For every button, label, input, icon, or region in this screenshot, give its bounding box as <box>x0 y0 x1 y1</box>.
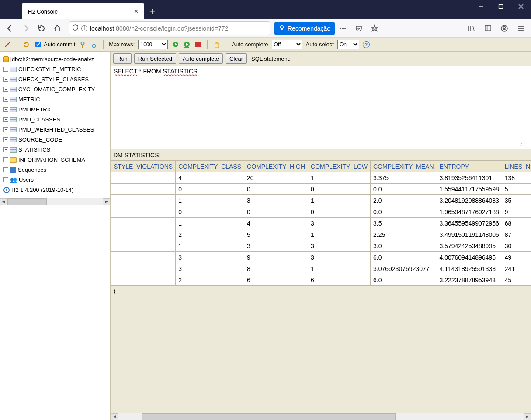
table-row[interactable]: 1312.03.204819208886408335 <box>111 195 531 206</box>
db-root[interactable]: jdbc:h2:mem:source-code-analyz <box>2 54 110 64</box>
cell: 2.0 <box>371 195 437 206</box>
scroll-left-icon[interactable]: ◀ <box>111 413 118 420</box>
run-selected-icon[interactable] <box>183 41 191 49</box>
tree-table[interactable]: +CHECKSTYLE_METRIC <box>2 64 110 74</box>
sql-editor[interactable]: SELECT * FROM STATISTICS ⋰⋰⋰ <box>111 66 531 149</box>
table-row[interactable]: 3936.04.00760941489649549 <box>111 252 531 263</box>
expand-icon[interactable]: + <box>3 117 8 122</box>
table-row[interactable]: 2666.03.22237887895394345 <box>111 274 531 286</box>
cell: 9 <box>502 206 531 218</box>
expand-icon[interactable]: + <box>3 127 8 132</box>
expand-icon[interactable]: + <box>3 97 8 102</box>
recommendation-button[interactable]: Recomendação <box>274 22 335 35</box>
column-header[interactable]: STYLE_VIOLATIONS <box>111 161 176 172</box>
table-row[interactable]: 0000.01.55944117175595985 <box>111 184 531 195</box>
tree-label: SOURCE_CODE <box>18 136 62 143</box>
expand-icon[interactable]: + <box>3 87 8 92</box>
autoselect-select[interactable]: On <box>337 40 359 49</box>
table-icon <box>10 67 17 72</box>
column-header[interactable]: COMPLEXITY_MEAN <box>371 161 437 172</box>
account-button[interactable] <box>497 21 512 36</box>
run-button[interactable]: Run <box>113 53 132 64</box>
resize-grip-icon[interactable]: ⋰⋰⋰ <box>519 142 530 148</box>
expand-icon[interactable]: + <box>3 157 8 162</box>
table-icon <box>10 147 17 153</box>
back-button[interactable] <box>3 21 17 36</box>
tree-users[interactable]: +👥Users <box>2 175 110 185</box>
clear-button[interactable]: Clear <box>226 53 247 64</box>
maxrows-select[interactable]: 1000 <box>138 40 168 49</box>
tree-table[interactable]: +CYCLOMATIC_COMPLEXITY <box>2 84 110 94</box>
run-selected-button[interactable]: Run Selected <box>134 53 176 64</box>
scroll-right-icon[interactable]: ▶ <box>103 198 110 205</box>
address-bar[interactable]: i localhost:8080/h2-console/login.do?jse… <box>69 21 270 35</box>
run-icon[interactable] <box>171 41 179 49</box>
scroll-left-icon[interactable]: ◀ <box>0 198 7 205</box>
cell: 0 <box>244 206 308 218</box>
window-close-button[interactable] <box>511 0 531 13</box>
history-icon[interactable] <box>213 41 221 49</box>
result-scrollbar[interactable]: ◀ ▶ <box>111 413 531 420</box>
column-header[interactable]: LINES_N <box>502 161 531 172</box>
tree-table[interactable]: +METRIC <box>2 94 110 104</box>
column-header[interactable]: COMPLEXITY_CLASS <box>176 161 244 172</box>
tree-label: METRIC <box>18 96 40 103</box>
table-row[interactable]: 2512.253.499150119114800587 <box>111 229 531 240</box>
new-tab-button[interactable]: + <box>144 3 160 19</box>
expand-icon[interactable]: + <box>3 77 8 82</box>
autocomplete-select[interactable]: Off <box>272 40 302 49</box>
tree-table[interactable]: +PMD_WEIGHTED_CLASSES <box>2 125 110 135</box>
browser-tab[interactable]: H2 Console ✕ <box>22 3 144 19</box>
autocomplete-button[interactable]: Auto complete <box>179 53 223 64</box>
table-row[interactable]: 0000.01.96594871769271889 <box>111 206 531 218</box>
tree-table[interactable]: +PMDMETRIC <box>2 104 110 115</box>
expand-icon[interactable]: + <box>3 107 8 112</box>
cell: 2 <box>176 274 244 286</box>
pocket-button[interactable] <box>351 21 366 36</box>
home-button[interactable] <box>50 21 65 36</box>
tree-schema[interactable]: +INFORMATION_SCHEMA <box>2 155 110 165</box>
table-icon <box>10 137 17 142</box>
column-header[interactable]: ENTROPY <box>437 161 502 172</box>
table-row[interactable]: 1433.53.364559549907295668 <box>111 218 531 229</box>
tree-table[interactable]: +CHECK_STYLE_CLASSES <box>2 74 110 84</box>
autocommit-checkbox[interactable]: Auto commit <box>34 40 75 49</box>
tree-scrollbar[interactable]: ◀ ▶ <box>0 198 110 205</box>
stop-icon[interactable] <box>194 41 202 49</box>
h2-toolbar: Auto commit Max rows: 1000 Auto complete… <box>0 38 531 52</box>
cell: 3.076923076923077 <box>371 263 437 274</box>
scroll-right-icon[interactable]: ▶ <box>524 413 531 420</box>
expand-icon[interactable]: + <box>3 67 8 72</box>
forward-button[interactable] <box>18 21 33 36</box>
commit-icon[interactable] <box>79 41 87 49</box>
bookmark-button[interactable] <box>367 21 382 36</box>
rollback-icon[interactable] <box>90 41 98 49</box>
tree-sequences[interactable]: +Sequences <box>2 165 110 175</box>
maximize-button[interactable] <box>491 0 511 13</box>
expand-icon[interactable]: + <box>3 137 8 142</box>
column-header[interactable]: COMPLEXITY_LOW <box>308 161 371 172</box>
tree-table[interactable]: +STATISTICS <box>2 145 110 155</box>
tree-table[interactable]: +PMD_CLASSES <box>2 115 110 125</box>
reload-button[interactable] <box>34 21 49 36</box>
minimize-button[interactable] <box>471 0 491 13</box>
expand-icon[interactable]: + <box>3 147 8 152</box>
svg-point-12 <box>503 26 506 28</box>
cell: 2.25 <box>371 229 437 240</box>
close-tab-icon[interactable]: ✕ <box>133 8 140 15</box>
menu-button[interactable] <box>514 21 528 36</box>
sidebar-button[interactable] <box>480 21 495 36</box>
column-header[interactable]: COMPLEXITY_HIGH <box>244 161 308 172</box>
library-button[interactable] <box>464 21 479 36</box>
disconnect-icon[interactable] <box>3 41 11 49</box>
table-row[interactable]: 1333.03.57942425348899530 <box>111 240 531 252</box>
table-row[interactable]: 3813.0769230769230774.114318925591333241 <box>111 263 531 274</box>
cell: 20 <box>244 172 308 184</box>
table-row[interactable]: 42013.3753.81935256411301138 <box>111 172 531 184</box>
refresh-icon[interactable] <box>22 41 30 49</box>
expand-icon[interactable]: + <box>3 167 8 172</box>
expand-icon[interactable]: + <box>3 177 8 182</box>
page-actions-button[interactable]: ••• <box>336 21 351 36</box>
help-icon[interactable]: ? <box>363 41 370 48</box>
tree-table[interactable]: +SOURCE_CODE <box>2 135 110 145</box>
